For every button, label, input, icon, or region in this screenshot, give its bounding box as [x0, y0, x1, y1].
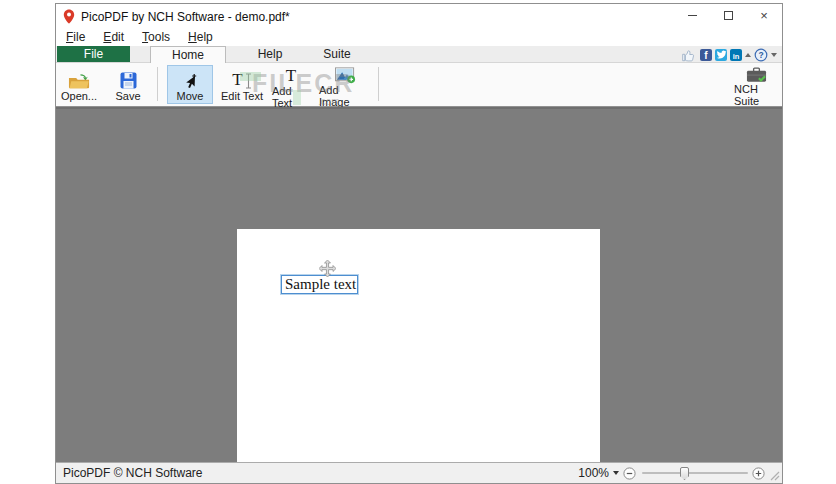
zoom-dropdown-caret-icon[interactable] [613, 471, 619, 475]
edit-text-icon: T [232, 67, 251, 89]
facebook-letter: f [704, 51, 707, 61]
maximize-icon [724, 11, 733, 20]
nch-suite-label: NCH Suite [734, 83, 778, 107]
maximize-button[interactable] [710, 4, 746, 27]
title-bar: PicoPDF by NCH Software - demo.pdf* × [56, 4, 782, 29]
move-tool-icon [182, 67, 198, 89]
status-copyright: PicoPDF © NCH Software [63, 466, 203, 480]
add-image-button[interactable]: Add Image [316, 65, 374, 104]
app-logo-icon [63, 9, 75, 24]
nch-suite-briefcase-icon [746, 67, 767, 83]
add-text-icon: T [286, 67, 296, 85]
move-label: Move [177, 90, 204, 102]
menu-file[interactable]: File [57, 29, 94, 46]
facebook-icon[interactable]: f [700, 49, 712, 61]
save-button[interactable]: Save [106, 65, 150, 104]
edit-text-button[interactable]: T Edit Text [217, 65, 267, 104]
tab-suite[interactable]: Suite [305, 46, 369, 62]
twitter-icon[interactable] [715, 49, 727, 61]
help-question-mark: ? [758, 50, 763, 60]
app-window: PicoPDF by NCH Software - demo.pdf* × Fi… [55, 3, 783, 484]
window-title: PicoPDF by NCH Software - demo.pdf* [81, 10, 290, 24]
save-floppy-icon [120, 67, 137, 89]
sample-textbox[interactable]: Sample text [281, 275, 358, 294]
toolbar-separator [378, 67, 379, 101]
linkedin-icon[interactable]: in [730, 49, 742, 61]
move-cursor-icon [319, 260, 336, 277]
menu-bar: File Edit Tools Help [56, 29, 782, 46]
add-image-icon [335, 67, 356, 84]
linkedin-letters: in [733, 52, 740, 61]
add-text-button[interactable]: T Add Text [269, 65, 313, 104]
minimize-icon [688, 15, 697, 16]
add-image-label: Add Image [319, 84, 371, 108]
tab-file[interactable]: File [57, 46, 130, 62]
open-button[interactable]: Open... [56, 65, 102, 104]
tab-home[interactable]: Home [150, 46, 226, 63]
minimize-button[interactable] [674, 4, 710, 27]
help-icon[interactable]: ? [754, 48, 768, 62]
ribbon-tab-bar: File Home Help Suite f in ? [56, 46, 782, 63]
menu-tools[interactable]: Tools [133, 29, 179, 46]
zoom-out-button[interactable] [623, 467, 636, 480]
close-button[interactable]: × [746, 4, 782, 27]
tab-help[interactable]: Help [240, 46, 300, 62]
save-label: Save [115, 90, 140, 102]
zoom-slider-track[interactable] [642, 472, 748, 474]
zoom-slider-thumb[interactable] [680, 467, 689, 480]
pdf-page[interactable]: Sample text [237, 229, 600, 462]
status-bar: PicoPDF © NCH Software 100% [56, 462, 782, 483]
menu-help[interactable]: Help [179, 29, 222, 46]
open-label: Open... [61, 90, 97, 102]
toolbar-separator [157, 67, 158, 101]
resize-grip[interactable] [769, 470, 780, 481]
toolbar: Open... Save [56, 63, 782, 107]
zoom-level-dropdown[interactable]: 100% [578, 466, 609, 480]
collapse-ribbon-icon[interactable] [745, 53, 751, 57]
add-text-label: Add Text [272, 85, 310, 109]
close-icon: × [760, 9, 768, 22]
open-folder-icon [68, 67, 91, 89]
zoom-in-button[interactable] [752, 467, 765, 480]
edit-text-label: Edit Text [221, 90, 263, 102]
like-icon[interactable] [681, 48, 697, 62]
help-dropdown-icon[interactable] [771, 53, 777, 57]
move-button[interactable]: Move [167, 65, 213, 104]
document-canvas[interactable]: Sample text [56, 107, 782, 462]
twitter-bird-glyph [716, 50, 727, 60]
menu-edit[interactable]: Edit [94, 29, 133, 46]
nch-suite-button[interactable]: NCH Suite [731, 65, 781, 104]
